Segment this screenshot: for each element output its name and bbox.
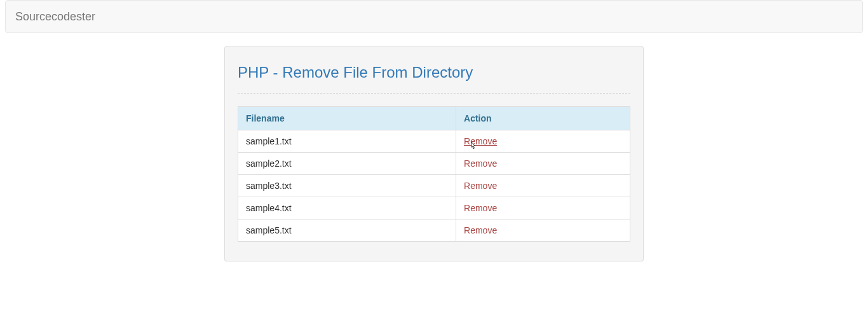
cell-action: Remove (456, 130, 630, 153)
remove-link[interactable]: Remove (464, 203, 497, 213)
cell-filename: sample4.txt (238, 197, 456, 219)
cell-action: Remove (456, 153, 630, 175)
cell-action: Remove (456, 197, 630, 219)
navbar-brand[interactable]: Sourcecodester (15, 1, 95, 32)
panel: PHP - Remove File From Directory Filenam… (224, 46, 644, 261)
cell-filename: sample2.txt (238, 153, 456, 175)
cell-action: Remove (456, 175, 630, 197)
table-row: sample3.txt Remove (238, 175, 630, 197)
remove-link[interactable]: Remove (464, 158, 497, 169)
page-title: PHP - Remove File From Directory (238, 64, 630, 81)
cell-filename: sample3.txt (238, 175, 456, 197)
divider (238, 93, 630, 94)
cell-filename: sample5.txt (238, 219, 456, 242)
remove-link[interactable]: Remove (464, 181, 497, 191)
remove-link[interactable]: Remove (464, 136, 497, 146)
panel-body: PHP - Remove File From Directory Filenam… (225, 46, 643, 261)
table-row: sample1.txt Remove (238, 130, 630, 153)
table-row: sample2.txt Remove (238, 153, 630, 175)
main-container: PHP - Remove File From Directory Filenam… (62, 46, 806, 261)
col-header-filename: Filename (238, 107, 456, 130)
cell-filename: sample1.txt (238, 130, 456, 153)
cell-action: Remove (456, 219, 630, 242)
table-row: sample4.txt Remove (238, 197, 630, 219)
col-header-action: Action (456, 107, 630, 130)
remove-link[interactable]: Remove (464, 225, 497, 235)
table-row: sample5.txt Remove (238, 219, 630, 242)
file-table: Filename Action sample1.txt Remove (238, 106, 630, 242)
navbar: Sourcecodester (5, 0, 863, 33)
